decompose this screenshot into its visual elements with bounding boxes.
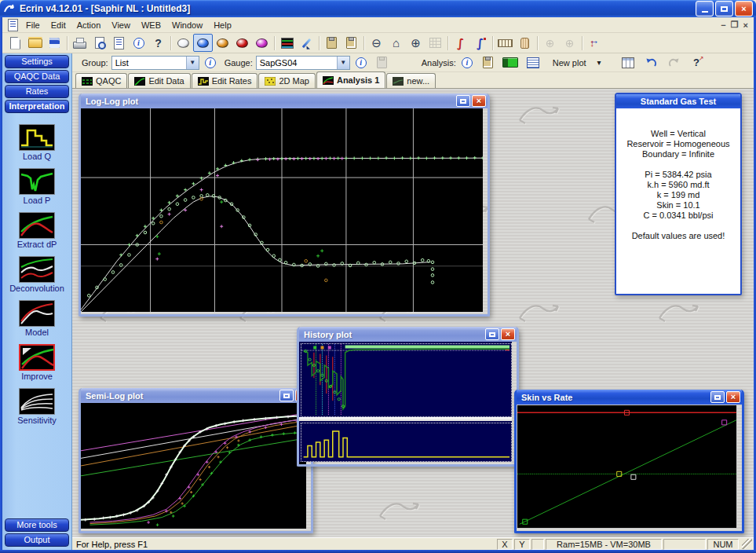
chevron-down-icon[interactable]: ▼ [337, 57, 349, 69]
tab-2d-map[interactable]: 2D Map [258, 73, 316, 88]
print-preview-icon[interactable] [89, 34, 109, 52]
plot-grid-icon[interactable] [619, 53, 638, 71]
reset-scale-icon[interactable] [386, 34, 406, 52]
group-select[interactable]: List ▼ [111, 56, 199, 70]
sidebar-tool-sensitivity[interactable]: Sensitivity [17, 388, 57, 425]
sidebar-tool-load-q[interactable]: Load Q [19, 124, 55, 161]
tab-edit-rates[interactable]: Edit Rates [192, 73, 258, 88]
gem-blue-icon[interactable] [193, 34, 213, 52]
sidebar-tool-deconvolution[interactable]: Deconvolution [9, 256, 64, 293]
grid-icon[interactable] [425, 34, 445, 52]
axes-settings-icon[interactable] [585, 34, 604, 52]
new-plot-dropdown-icon[interactable] [590, 53, 609, 71]
pan-hand-icon[interactable] [515, 34, 535, 52]
analysis-list-icon[interactable] [524, 53, 543, 71]
plot-options-icon[interactable] [277, 34, 297, 52]
menu-item-window[interactable]: Window [166, 19, 208, 31]
zoom-previous-icon[interactable] [540, 34, 560, 52]
gem-red-icon[interactable] [232, 34, 252, 52]
maximize-icon[interactable] [279, 390, 294, 401]
semilog-chart[interactable] [81, 403, 306, 529]
menu-item-view[interactable]: View [106, 19, 136, 31]
menu-item-help[interactable]: Help [208, 19, 237, 31]
sidebar-item-interpretation[interactable]: Interpretation [5, 100, 69, 113]
gauge-copy-icon[interactable] [372, 53, 392, 71]
analysis-copy-icon[interactable] [478, 53, 498, 71]
maximize-icon[interactable] [456, 95, 470, 107]
history-pressure-pane[interactable] [301, 343, 512, 417]
tab-new-[interactable]: new... [386, 73, 436, 88]
loglog-title-bar[interactable]: Log-Log plot × [81, 93, 488, 108]
copy-curve-icon[interactable] [470, 34, 490, 52]
skinrate-title-bar[interactable]: Skin vs Rate × [517, 390, 742, 405]
sidebar-item-more-tools[interactable]: More tools [5, 518, 69, 532]
new-file-icon[interactable] [5, 34, 25, 52]
open-folder-icon[interactable] [25, 34, 45, 52]
loglog-chart[interactable] [81, 108, 483, 312]
sidebar-item-qaqc-data[interactable]: QAQC Data [5, 70, 69, 83]
zoom-out-icon[interactable] [367, 34, 386, 52]
maximize-icon[interactable] [710, 391, 725, 403]
sidebar-item-rates[interactable]: Rates [5, 85, 69, 98]
close-button[interactable]: × [735, 1, 753, 16]
pane-separator[interactable] [299, 417, 512, 421]
extract-curve-icon[interactable] [451, 34, 470, 52]
gem-orange-icon[interactable] [213, 34, 232, 52]
annotate-pen-icon[interactable] [297, 34, 316, 52]
chevron-down-icon[interactable]: ▼ [186, 57, 199, 69]
history-rate-pane[interactable] [301, 423, 512, 462]
report-icon[interactable] [109, 34, 129, 52]
gas-test-title[interactable]: Standard Gas Test [616, 94, 740, 108]
title-bar[interactable]: Ecrin v4.12.01 - [Saphir NL : Untitled3]… [0, 0, 756, 17]
mdi-restore-icon[interactable]: ❐ [731, 20, 739, 30]
zoom-in-icon[interactable] [406, 34, 425, 52]
copy-plot-icon[interactable] [322, 34, 341, 52]
close-icon[interactable]: × [726, 391, 740, 403]
gauge-select[interactable]: SapGS04 ▼ [256, 56, 350, 70]
tab-edit-data[interactable]: Edit Data [128, 73, 190, 88]
sidebar-tool-load-p[interactable]: Load P [19, 168, 55, 205]
tab-qaqc[interactable]: QAQC [75, 73, 127, 88]
history-rate-chart[interactable] [301, 423, 509, 460]
redo-icon[interactable] [664, 53, 684, 71]
close-icon[interactable]: × [472, 95, 486, 107]
sidebar-tool-extract-dp[interactable]: Extract dP [17, 212, 57, 249]
gem-magenta-icon[interactable] [252, 34, 272, 52]
sidebar-tool-model[interactable]: Model [19, 300, 55, 337]
menu-item-edit[interactable]: Edit [46, 19, 71, 31]
analysis-toggle-icon[interactable] [501, 53, 520, 71]
sidebar-item-output[interactable]: Output [5, 533, 69, 547]
save-icon[interactable] [45, 34, 64, 52]
tab-label: 2D Map [279, 76, 309, 86]
resize-grip[interactable] [742, 539, 752, 549]
gauge-info-icon[interactable] [353, 55, 369, 71]
mdi-minimize-icon[interactable]: − [721, 20, 725, 30]
group-info-icon[interactable] [203, 55, 218, 71]
semilog-title-bar[interactable]: Semi-Log plot × [81, 388, 311, 403]
status-num-lock: NUM [707, 539, 739, 550]
context-help-icon[interactable] [687, 53, 707, 71]
info-icon[interactable] [129, 34, 148, 52]
print-icon[interactable] [70, 34, 89, 52]
help-icon[interactable] [148, 34, 168, 52]
analysis-info-icon[interactable] [459, 55, 475, 71]
undo-icon[interactable] [641, 53, 661, 71]
menu-item-web[interactable]: WEB [136, 19, 166, 31]
history-pressure-chart[interactable] [301, 344, 509, 415]
close-icon[interactable]: × [501, 328, 515, 340]
skinrate-chart[interactable] [517, 405, 736, 528]
menu-item-file[interactable]: File [20, 19, 46, 31]
measure-icon[interactable] [495, 34, 515, 52]
mdi-close-icon[interactable]: × [743, 20, 748, 30]
history-title-bar[interactable]: History plot × [299, 327, 517, 342]
menu-item-action[interactable]: Action [71, 19, 107, 31]
maximize-icon[interactable] [485, 328, 499, 340]
minimize-button[interactable] [696, 1, 714, 16]
maximize-button[interactable] [715, 1, 733, 16]
sidebar-item-settings[interactable]: Settings [5, 55, 69, 68]
paste-plot-icon[interactable] [341, 34, 361, 52]
tab-analysis-1[interactable]: Analysis 1 [316, 71, 385, 88]
sidebar-tool-improve[interactable]: Improve [19, 344, 55, 381]
gem-white-icon[interactable] [173, 34, 193, 52]
zoom-next-icon[interactable] [560, 34, 579, 52]
